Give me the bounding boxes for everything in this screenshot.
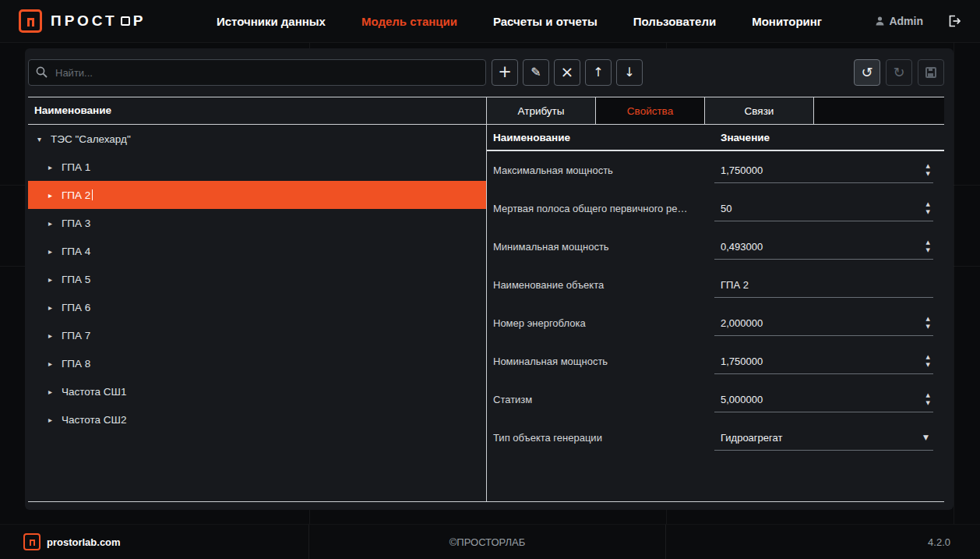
tab-links[interactable]: Связи <box>705 97 814 124</box>
property-value-text: Гидроагрегат <box>721 432 782 444</box>
user-icon <box>876 16 884 26</box>
tree-item[interactable]: ▸ГПА 3 <box>28 209 486 237</box>
spinner-up-button[interactable]: ▲ <box>926 240 930 246</box>
tree-item[interactable]: ▸ГПА 6 <box>28 293 486 321</box>
redo-button[interactable]: ↻ <box>886 59 912 86</box>
property-value-field[interactable]: Гидроагрегат▼ <box>714 426 933 451</box>
property-value-text: 2,000000 <box>721 317 763 329</box>
footer-site-link[interactable]: prostorlab.com <box>47 536 121 548</box>
move-down-button[interactable]: ↓ <box>616 59 643 86</box>
caret-right-icon[interactable]: ▸ <box>48 359 56 368</box>
prostor-logo-icon <box>19 9 42 33</box>
tree-item[interactable]: ▸ГПА 5 <box>28 265 486 293</box>
property-value-field[interactable]: 1,750000▲▼ <box>714 158 933 183</box>
tree-item[interactable]: ▸ГПА 1 <box>28 153 486 181</box>
tree-item-label: ГПА 2 <box>62 189 90 201</box>
tree-header: Наименование <box>28 97 486 125</box>
caret-down-icon[interactable]: ▾ <box>37 135 45 143</box>
spinner-down-button[interactable]: ▼ <box>926 324 930 330</box>
spinner-down-button[interactable]: ▼ <box>926 248 930 253</box>
caret-right-icon[interactable]: ▸ <box>48 247 56 256</box>
nav-item-data-sources[interactable]: Источники данных <box>217 15 326 28</box>
delete-icon: × <box>561 64 574 80</box>
caret-right-icon[interactable]: ▸ <box>48 387 56 396</box>
nav-item-calculations-reports[interactable]: Расчеты и отчеты <box>493 15 598 28</box>
props-table-header: Наименование Значение <box>487 125 944 151</box>
props-tabs: АтрибутыСвойстваСвязи <box>487 97 944 125</box>
property-value-field[interactable]: 5,000000▲▼ <box>714 387 933 412</box>
spinner-down-button[interactable]: ▼ <box>926 363 930 368</box>
caret-right-icon[interactable]: ▸ <box>48 331 56 340</box>
property-row: Максимальная мощность1,750000▲▼ <box>487 151 944 189</box>
brand-logo: ПРОСТ Р <box>19 9 202 33</box>
spinner-up-button[interactable]: ▲ <box>926 164 930 169</box>
tab-attributes[interactable]: Атрибуты <box>487 97 596 124</box>
caret-right-icon[interactable]: ▸ <box>48 275 56 284</box>
tree-item-label: ГПА 3 <box>62 218 90 229</box>
spinner-up-button[interactable]: ▲ <box>926 393 930 398</box>
user-menu[interactable]: Admin <box>876 15 923 27</box>
property-value-field[interactable]: ГПА 2 <box>714 273 933 298</box>
property-name: Номер энергоблока <box>487 317 714 329</box>
tree-item[interactable]: ▸ГПА 7 <box>28 321 486 349</box>
search-input[interactable] <box>28 59 486 86</box>
tree-item-label: ГПА 7 <box>62 330 90 341</box>
user-area: Admin <box>837 14 961 28</box>
property-name: Статизм <box>487 394 714 405</box>
redo-icon: ↻ <box>893 65 904 80</box>
tree-item-label: ГПА 8 <box>62 358 90 370</box>
tree-body: ▾ТЭС "Салехард"▸ГПА 1▸ГПА 2▸ГПА 3▸ГПА 4▸… <box>28 125 486 501</box>
value-spinner: ▲▼ <box>926 393 930 406</box>
footer-copyright: ©ПРОСТОРЛАБ <box>309 525 666 559</box>
tree-item[interactable]: ▸ГПА 8 <box>28 349 486 377</box>
tree-root-item[interactable]: ▾ТЭС "Салехард" <box>28 125 486 153</box>
logout-icon <box>947 14 961 28</box>
move-up-icon: ↑ <box>593 66 603 79</box>
tree-item[interactable]: ▸Частота СШ1 <box>28 377 486 405</box>
tree-item-label: ГПА 4 <box>62 246 90 257</box>
props-rows: Максимальная мощность1,750000▲▼Мертвая п… <box>487 151 944 501</box>
nav-item-users[interactable]: Пользователи <box>633 15 716 28</box>
save-button[interactable] <box>918 59 944 86</box>
brand-name: ПРОСТ Р <box>51 12 146 30</box>
add-button[interactable]: + <box>492 59 518 86</box>
spinner-down-button[interactable]: ▼ <box>926 172 930 177</box>
tree-item[interactable]: ▸ГПА 4 <box>28 237 486 265</box>
nav-item-station-model[interactable]: Модель станции <box>361 15 457 28</box>
tab-properties[interactable]: Свойства <box>596 97 705 124</box>
undo-button[interactable]: ↺ <box>854 59 880 86</box>
spinner-up-button[interactable]: ▲ <box>926 355 930 360</box>
caret-right-icon[interactable]: ▸ <box>48 416 56 424</box>
property-value-field[interactable]: 50▲▼ <box>714 196 933 221</box>
caret-right-icon[interactable]: ▸ <box>48 303 56 312</box>
edit-icon: ✎ <box>531 66 541 79</box>
tree-item-label: ТЭС "Салехард" <box>51 133 131 145</box>
caret-right-icon[interactable]: ▸ <box>48 219 56 228</box>
property-value-field[interactable]: 1,750000▲▼ <box>714 349 933 374</box>
logout-button[interactable] <box>947 14 961 28</box>
tree-item[interactable]: ▸ГПА 2 <box>28 181 486 209</box>
caret-right-icon[interactable]: ▸ <box>48 191 56 200</box>
move-up-button[interactable]: ↑ <box>585 59 612 86</box>
edit-button[interactable]: ✎ <box>523 59 549 86</box>
content-area: Наименование ▾ТЭС "Салехард"▸ГПА 1▸ГПА 2… <box>28 97 944 502</box>
delete-button[interactable]: × <box>554 59 580 86</box>
spinner-up-button[interactable]: ▲ <box>926 202 930 207</box>
footer-brand: prostorlab.com <box>0 525 309 559</box>
spinner-down-button[interactable]: ▼ <box>926 210 930 215</box>
property-value-text: 0,493000 <box>721 241 763 253</box>
spinner-down-button[interactable]: ▼ <box>926 401 930 406</box>
property-value-text: 1,750000 <box>721 165 763 176</box>
spinner-up-button[interactable]: ▲ <box>926 317 930 322</box>
property-value-field[interactable]: 0,493000▲▼ <box>714 235 933 260</box>
value-spinner: ▲▼ <box>926 164 930 177</box>
add-icon: + <box>498 64 512 80</box>
property-value-field[interactable]: 2,000000▲▼ <box>714 311 933 336</box>
caret-right-icon[interactable]: ▸ <box>48 163 56 172</box>
tree-item-label: Частота СШ2 <box>62 414 126 426</box>
nav-item-monitoring[interactable]: Мониторинг <box>752 15 822 28</box>
tree-item[interactable]: ▸Частота СШ2 <box>28 405 486 433</box>
undo-icon: ↺ <box>861 65 872 80</box>
dropdown-caret-icon[interactable]: ▼ <box>923 433 929 441</box>
tree-item-label: ГПА 6 <box>62 302 90 313</box>
